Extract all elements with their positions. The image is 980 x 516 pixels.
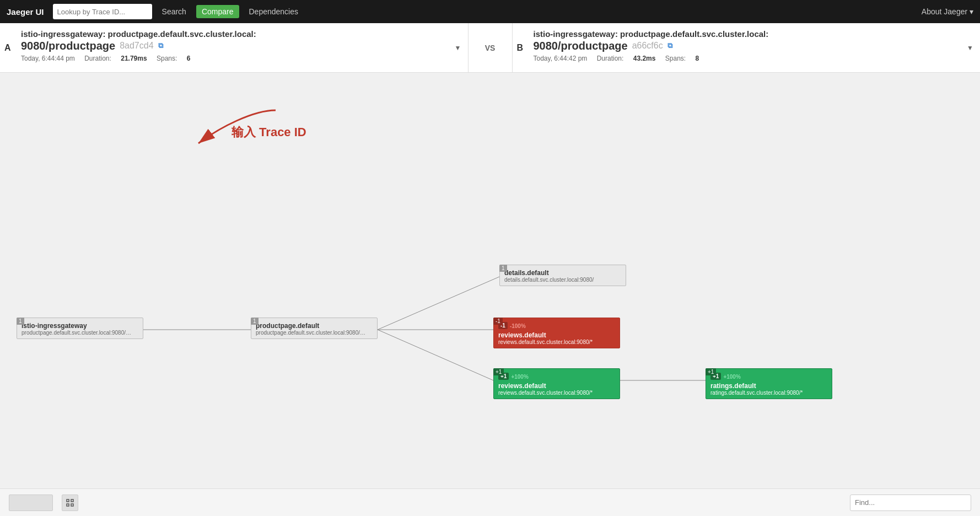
dag-node-details[interactable]: 1details.defaultdetails.default.svc.clus…	[499, 265, 626, 286]
node-title: details.default	[504, 269, 621, 277]
trace-lookup-input[interactable]	[53, 4, 152, 19]
bottom-bar	[0, 488, 980, 516]
node-num: -1	[493, 318, 503, 325]
trace-b-subtitle: 9080/productpage a66cf6c ⧉	[534, 40, 972, 52]
node-num: 1	[17, 318, 24, 325]
trace-b-date: Today, 6:44:42 pm	[534, 55, 588, 62]
node-num: +1	[493, 368, 504, 375]
minimap[interactable]	[9, 495, 53, 511]
vs-divider: VS	[469, 23, 513, 72]
svg-rect-6	[67, 499, 69, 502]
node-subtitle: ratings.default.svc.cluster.local:9080/*	[710, 390, 821, 396]
node-num: +1	[706, 368, 716, 375]
node-title: reviews.default	[498, 382, 615, 390]
navbar: Jaeger UI Search Compare Dependencies Ab…	[0, 0, 980, 23]
brand-logo: Jaeger UI	[7, 7, 44, 17]
node-title: reviews.default	[498, 331, 615, 339]
node-subtitle: reviews.default.svc.cluster.local:9080/*	[498, 339, 609, 345]
node-num: 1	[251, 318, 259, 325]
svg-rect-7	[71, 499, 73, 502]
fullscreen-icon	[66, 499, 74, 507]
node-subtitle: reviews.default.svc.cluster.local:9080/*	[498, 390, 609, 396]
dag-node-productpage[interactable]: 1productpage.defaultproductpage.default.…	[251, 318, 378, 339]
trace-panel-a: A istio-ingressgateway: productpage.defa…	[0, 23, 469, 72]
diff-pct: +100%	[511, 374, 528, 380]
svg-rect-9	[71, 504, 73, 506]
dag-canvas: 输入 Trace ID 1istio-ingressgatewayproduct…	[0, 73, 980, 488]
diff-pct: +100%	[723, 374, 740, 380]
trace-headers: A istio-ingressgateway: productpage.defa…	[0, 23, 980, 73]
trace-a-link-icon[interactable]: ⧉	[158, 41, 163, 50]
trace-a-meta: Today, 6:44:44 pm Duration: 21.79ms Span…	[21, 55, 459, 62]
about-menu[interactable]: About Jaeger ▾	[922, 7, 973, 16]
annotation-text: 输入 Trace ID	[231, 124, 306, 141]
compare-nav-button[interactable]: Compare	[196, 5, 239, 18]
svg-rect-8	[67, 504, 69, 506]
trace-a-duration: Duration: 21.79ms	[84, 55, 149, 62]
trace-panel-b: B istio-ingressgateway: productpage.defa…	[513, 23, 981, 72]
trace-letter-a: A	[4, 43, 11, 53]
fullscreen-button[interactable]	[62, 495, 78, 511]
trace-a-subtitle-text: 9080/productpage	[21, 40, 115, 52]
trace-b-spans: Spans: 8	[665, 55, 699, 62]
trace-b-link-icon[interactable]: ⧉	[667, 41, 672, 50]
node-title: ratings.default	[710, 382, 827, 390]
trace-b-subtitle-text: 9080/productpage	[534, 40, 628, 52]
trace-letter-b: B	[517, 43, 524, 53]
node-subtitle: productpage.default.svc.cluster.local:90…	[21, 330, 132, 336]
dag-node-reviews-green[interactable]: +1 +1 +100% reviews.defaultreviews.defau…	[493, 368, 620, 399]
trace-b-duration: Duration: 43.2ms	[597, 55, 658, 62]
dependencies-nav-button[interactable]: Dependencies	[244, 5, 304, 18]
dag-node-ratings-green[interactable]: +1 +1 +100% ratings.defaultratings.defau…	[706, 368, 832, 399]
search-nav-button[interactable]: Search	[157, 5, 192, 18]
trace-a-id: 8ad7cd4	[120, 41, 153, 51]
svg-line-1	[378, 277, 499, 330]
trace-a-dropdown-arrow[interactable]: ▼	[455, 44, 461, 52]
trace-a-date: Today, 6:44:44 pm	[21, 55, 75, 62]
node-title: productpage.default	[256, 322, 373, 330]
node-num: 1	[499, 265, 507, 272]
dag-node-ingressgateway[interactable]: 1istio-ingressgatewayproductpage.default…	[17, 318, 143, 339]
trace-b-title: istio-ingressgateway: productpage.defaul…	[534, 29, 972, 40]
trace-b-meta: Today, 6:44:42 pm Duration: 43.2ms Spans…	[534, 55, 972, 62]
trace-a-title: istio-ingressgateway: productpage.defaul…	[21, 29, 459, 40]
trace-a-subtitle: 9080/productpage 8ad7cd4 ⧉	[21, 40, 459, 52]
node-subtitle: details.default.svc.cluster.local:9080/	[504, 277, 615, 283]
svg-line-3	[378, 330, 493, 380]
trace-b-dropdown-arrow[interactable]: ▼	[967, 44, 973, 52]
node-subtitle: productpage.default.svc.cluster.local:90…	[256, 330, 366, 336]
diff-pct: -100%	[510, 323, 526, 329]
trace-a-spans: Spans: 6	[157, 55, 190, 62]
dag-node-reviews-red[interactable]: -1 -1 -100% reviews.defaultreviews.defau…	[493, 318, 620, 348]
node-title: istio-ingressgateway	[21, 322, 138, 330]
find-input[interactable]	[850, 495, 971, 511]
trace-b-id: a66cf6c	[632, 41, 663, 51]
